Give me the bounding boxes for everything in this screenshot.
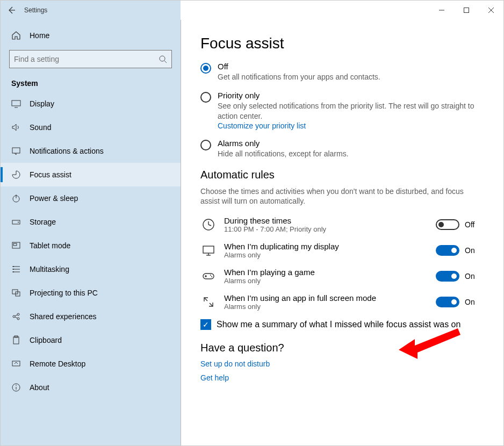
summary-checkbox[interactable]: ✓ — [200, 319, 211, 330]
svg-rect-6 — [12, 100, 20, 106]
do-not-disturb-link[interactable]: Set up do not disturb — [200, 359, 484, 368]
tablet-icon — [11, 241, 22, 250]
svg-point-44 — [211, 276, 212, 277]
summary-checkbox-row[interactable]: ✓ Show me a summary of what I missed whi… — [200, 319, 484, 330]
rule-fullscreen[interactable]: When I'm using an app in full screen mod… — [200, 293, 484, 311]
sidebar-item-shared[interactable]: Shared experiences — [1, 305, 181, 328]
radio-alarms-input[interactable] — [200, 140, 211, 150]
rule-duplicating[interactable]: When I'm duplicating my displayAlarms on… — [200, 242, 484, 259]
focus-assist-icon — [11, 170, 22, 179]
sound-icon — [11, 123, 22, 132]
page-title: Focus assist — [200, 35, 484, 52]
notifications-icon — [11, 146, 22, 156]
svg-rect-37 — [203, 246, 214, 253]
toggle-duplicating[interactable] — [436, 245, 459, 256]
sidebar-item-display[interactable]: Display — [1, 92, 181, 116]
home-icon — [11, 31, 22, 40]
svg-point-18 — [13, 266, 14, 267]
customize-priority-link[interactable]: Customize your priority list — [218, 121, 484, 130]
maximize-button[interactable] — [454, 1, 479, 20]
remote-icon — [11, 359, 22, 369]
sidebar-item-focus-assist[interactable]: Focus assist — [1, 163, 181, 186]
radio-off[interactable]: Off Get all notifications from your apps… — [200, 62, 484, 82]
sidebar-item-clipboard[interactable]: Clipboard — [1, 328, 181, 352]
radio-priority-input[interactable] — [200, 92, 211, 103]
minimize-button[interactable] — [429, 1, 454, 20]
svg-point-33 — [16, 385, 17, 386]
rule-times[interactable]: During these times11:00 PM - 7:00 AM; Pr… — [200, 216, 484, 233]
search-field[interactable] — [14, 55, 159, 63]
toggle-times[interactable] — [436, 219, 459, 230]
back-button[interactable] — [7, 6, 24, 15]
sidebar-item-about[interactable]: About — [1, 376, 181, 399]
power-icon — [11, 193, 22, 203]
monitor-icon — [200, 242, 217, 258]
main-content: Focus assist Off Get all notifications f… — [181, 20, 503, 445]
svg-line-5 — [164, 61, 167, 63]
automatic-rules-desc: Choose the times and activities when you… — [200, 186, 484, 207]
get-help-link[interactable]: Get help — [200, 373, 484, 382]
about-icon — [11, 383, 22, 392]
svg-point-12 — [18, 222, 19, 223]
sidebar-item-tablet[interactable]: Tablet mode — [1, 234, 181, 257]
search-icon — [159, 55, 167, 63]
svg-line-36 — [208, 225, 211, 226]
home-button[interactable]: Home — [1, 25, 181, 46]
svg-point-24 — [17, 313, 19, 315]
svg-point-19 — [13, 269, 14, 270]
rule-game[interactable]: When I'm playing a gameAlarms only On — [200, 268, 484, 285]
category-label: System — [1, 74, 181, 92]
sidebar-item-remote[interactable]: Remote Desktop — [1, 352, 181, 376]
question-heading: Have a question? — [200, 342, 484, 354]
svg-point-20 — [13, 271, 14, 272]
radio-priority[interactable]: Priority only See only selected notifica… — [200, 91, 484, 130]
svg-line-45 — [204, 298, 207, 301]
sidebar-item-projecting[interactable]: Projecting to this PC — [1, 281, 181, 305]
summary-label: Show me a summary of what I missed while… — [217, 320, 460, 329]
sidebar: Home System Display Sound Notifications … — [1, 20, 181, 445]
svg-point-23 — [13, 315, 15, 318]
window-title: Settings — [24, 6, 47, 14]
close-button[interactable] — [479, 1, 503, 20]
radio-alarms[interactable]: Alarms only Hide all notifications, exce… — [200, 139, 484, 159]
projecting-icon — [11, 288, 22, 298]
sidebar-item-multitasking[interactable]: Multitasking — [1, 257, 181, 281]
fullscreen-icon — [200, 294, 217, 310]
clipboard-icon — [11, 335, 22, 345]
svg-point-25 — [17, 318, 19, 320]
display-icon — [11, 99, 22, 109]
automatic-rules-heading: Automatic rules — [200, 169, 484, 181]
svg-rect-14 — [13, 243, 17, 246]
toggle-fullscreen[interactable] — [436, 297, 459, 307]
titlebar: Settings — [1, 1, 503, 20]
search-input[interactable] — [9, 50, 172, 68]
sidebar-item-power[interactable]: Power & sleep — [1, 186, 181, 210]
svg-line-46 — [210, 303, 213, 306]
sidebar-item-sound[interactable]: Sound — [1, 116, 181, 139]
shared-icon — [11, 312, 22, 321]
svg-rect-28 — [13, 337, 19, 344]
svg-line-26 — [15, 315, 17, 316]
radio-off-input[interactable] — [200, 63, 211, 74]
svg-point-4 — [160, 56, 165, 61]
clock-icon — [200, 217, 217, 233]
home-label: Home — [30, 31, 49, 40]
svg-rect-1 — [464, 8, 469, 13]
sidebar-item-storage[interactable]: Storage — [1, 210, 181, 234]
svg-rect-8 — [12, 148, 20, 153]
multitasking-icon — [11, 264, 22, 274]
toggle-game[interactable] — [436, 271, 459, 282]
sidebar-item-notifications[interactable]: Notifications & actions — [1, 139, 181, 163]
gamepad-icon — [200, 268, 217, 284]
svg-point-43 — [210, 275, 211, 276]
storage-icon — [11, 217, 22, 227]
svg-line-27 — [15, 317, 17, 318]
